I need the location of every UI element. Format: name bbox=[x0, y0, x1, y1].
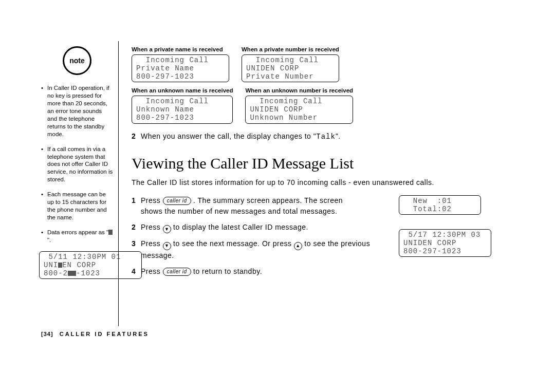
section-heading: Viewing the Caller ID Message List bbox=[132, 155, 502, 172]
lcd-caption: When a private number is received bbox=[242, 46, 339, 52]
section-label: CALLER ID FEATURES bbox=[60, 331, 149, 337]
page-footer: [34] CALLER ID FEATURES bbox=[41, 331, 149, 337]
lcd-caption: When a private name is received bbox=[132, 46, 229, 52]
note-item: In Caller ID operation, if no key is pre… bbox=[41, 84, 113, 138]
lcd-caption: When an unknown number is received bbox=[245, 87, 353, 94]
lcd-unknown-name: Incoming Call Unknown Name 800-297-1023 bbox=[132, 96, 233, 123]
vertical-divider bbox=[118, 41, 119, 326]
note-badge: note bbox=[63, 46, 91, 75]
note-item: If a call comes in via a telephone syste… bbox=[41, 145, 113, 184]
step-number: 2 bbox=[132, 222, 136, 233]
page-number: [34] bbox=[41, 331, 53, 337]
step-number: 1 bbox=[132, 195, 136, 206]
step-number: 4 bbox=[132, 266, 136, 277]
up-arrow-icon: ▲ bbox=[294, 242, 302, 250]
step-number: 2 bbox=[132, 131, 136, 142]
note-item: Each message can be up to 15 characters … bbox=[41, 191, 113, 221]
note-item: Data errors appear as "". bbox=[41, 229, 113, 244]
lcd-caption: When an unknown name is received bbox=[132, 87, 233, 94]
down-arrow-icon: ▼ bbox=[163, 225, 171, 233]
lcd-summary: New :01 Total:02 bbox=[399, 195, 481, 215]
down-arrow-icon: ▼ bbox=[163, 242, 171, 250]
lcd-error-example: 5/11 12:30PM 01 UNIEN CORP 800-2-1023 bbox=[39, 251, 142, 279]
keycap-caller-id: caller id bbox=[163, 268, 191, 276]
step-number: 3 bbox=[132, 238, 136, 249]
lcd-private-name: Incoming Call Private Name 800-297-1023 bbox=[132, 54, 229, 82]
lcd-private-number: Incoming Call UNIDEN CORP Private Number bbox=[242, 54, 339, 82]
block-glyph-icon bbox=[108, 230, 113, 235]
lcd-unknown-number: Incoming Call UNIDEN CORP Unknown Number bbox=[245, 96, 353, 123]
section-intro: The Caller ID list stores information fo… bbox=[132, 177, 502, 188]
step-text: When you answer the call, the display ch… bbox=[141, 132, 316, 140]
main-content: When a private name is received Incoming… bbox=[132, 46, 502, 282]
sidebar-notes: note In Caller ID operation, if no key i… bbox=[41, 46, 113, 279]
keycap-caller-id: caller id bbox=[163, 197, 191, 205]
lcd-message-example: 5/17 12:30PM 03 UNIDEN CORP 800-297-1023 bbox=[399, 229, 491, 257]
